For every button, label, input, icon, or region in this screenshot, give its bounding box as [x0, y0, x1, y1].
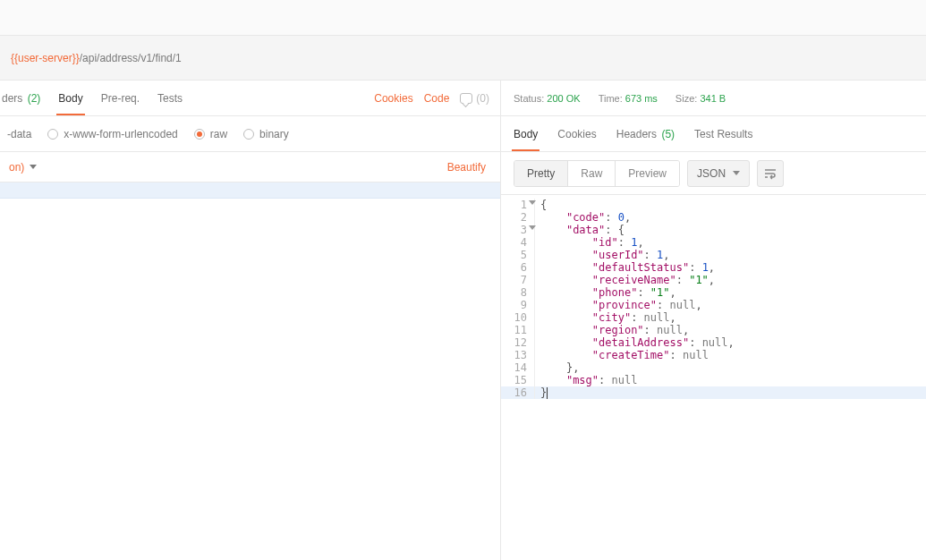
code-line[interactable]: 6 "defaultStatus": 1,	[501, 261, 926, 274]
response-status-row: Status: 200 OK Time: 673 ms Size: 341 B	[501, 81, 926, 116]
code-line[interactable]: 3 "data": {	[501, 224, 926, 236]
time-value: 673 ms	[625, 93, 658, 104]
code-content: "createTime": null	[540, 349, 709, 361]
bodytype-xwww[interactable]: x-www-form-urlencoded	[47, 128, 177, 140]
code-content: "defaultStatus": 1,	[540, 261, 715, 274]
resp-tab-tests[interactable]: Test Results	[694, 128, 752, 140]
beautify-link[interactable]: Beautify	[447, 161, 491, 174]
tab-headers-count: (2)	[28, 92, 41, 105]
response-body-viewer[interactable]: 1{2 "code": 0,3 "data": {4 "id": 1,5 "us…	[501, 195, 926, 560]
fold-icon[interactable]	[529, 200, 536, 205]
bodytype-binary-label: binary	[259, 128, 289, 140]
line-number: 1	[501, 199, 535, 211]
tab-headers-label: ders	[2, 92, 22, 105]
code-content: },	[540, 361, 579, 374]
line-number: 10	[501, 311, 535, 324]
radio-icon	[47, 129, 58, 140]
raw-format-dropdown[interactable]: on)	[9, 161, 37, 174]
line-number: 8	[501, 286, 535, 299]
resp-tab-body[interactable]: Body	[514, 128, 538, 140]
response-toolbar: Pretty Raw Preview JSON	[501, 152, 926, 195]
bodytype-binary[interactable]: binary	[243, 128, 289, 140]
request-url-bar[interactable]: {{user-server}}/api/address/v1/find/1	[0, 36, 926, 81]
url-path: /api/address/v1/find/1	[80, 52, 182, 64]
tab-tests[interactable]: Tests	[156, 92, 184, 105]
line-number: 11	[501, 324, 535, 336]
request-tab-bar: ders (2) Body Pre-req. Tests Cookies Cod…	[0, 81, 500, 116]
code-line[interactable]: 8 "phone": "1",	[501, 286, 926, 299]
format-dropdown[interactable]: JSON	[687, 160, 750, 187]
tab-prereq[interactable]: Pre-req.	[99, 92, 141, 105]
comment-icon	[460, 93, 472, 104]
code-content: "phone": "1",	[540, 286, 676, 299]
time-label: Time:	[599, 93, 623, 104]
bodytype-raw-label: raw	[210, 128, 227, 140]
line-number: 16	[501, 386, 535, 399]
code-link[interactable]: Code	[424, 92, 450, 105]
line-number: 5	[501, 249, 535, 261]
code-line[interactable]: 14 },	[501, 361, 926, 374]
status-label: Status:	[514, 93, 544, 104]
caret-down-icon	[733, 171, 740, 175]
code-line[interactable]: 7 "receiveName": "1",	[501, 274, 926, 286]
code-line[interactable]: 12 "detailAddress": null,	[501, 336, 926, 349]
view-preview-button[interactable]: Preview	[615, 161, 679, 186]
code-content: "userId": 1,	[540, 249, 670, 261]
tab-body[interactable]: Body	[56, 92, 84, 105]
response-pane: Status: 200 OK Time: 673 ms Size: 341 B …	[501, 81, 926, 560]
code-content: "data": {	[540, 224, 624, 236]
bodytype-xwww-label: x-www-form-urlencoded	[64, 128, 177, 140]
resp-tab-headers-count: (5)	[661, 128, 675, 140]
caret-down-icon	[30, 165, 37, 169]
view-pretty-button[interactable]: Pretty	[514, 161, 567, 186]
wrap-toggle-button[interactable]	[757, 160, 784, 187]
code-line[interactable]: 1{	[501, 199, 926, 211]
line-number: 3	[501, 224, 535, 236]
line-number: 12	[501, 336, 535, 349]
request-pane: ders (2) Body Pre-req. Tests Cookies Cod…	[0, 81, 501, 560]
code-line[interactable]: 10 "city": null,	[501, 311, 926, 324]
raw-format-label: on)	[9, 161, 24, 174]
line-number: 15	[501, 374, 535, 386]
code-content: "code": 0,	[540, 211, 631, 224]
code-line[interactable]: 9 "province": null,	[501, 299, 926, 311]
code-content: }	[540, 386, 548, 399]
line-number: 9	[501, 299, 535, 311]
code-line[interactable]: 15 "msg": null	[501, 374, 926, 386]
cookies-link[interactable]: Cookies	[374, 92, 412, 105]
code-line[interactable]: 16}	[501, 386, 926, 399]
format-label: JSON	[697, 167, 726, 180]
resp-tab-headers-label: Headers	[616, 128, 657, 140]
url-variable: {{user-server}}	[11, 52, 80, 64]
tab-headers[interactable]: ders (2)	[0, 92, 42, 105]
line-number: 6	[501, 261, 535, 274]
code-content: "id": 1,	[540, 236, 644, 249]
line-number: 4	[501, 236, 535, 249]
code-content: {	[540, 199, 547, 211]
code-line[interactable]: 13 "createTime": null	[501, 349, 926, 361]
wrap-icon	[763, 166, 777, 181]
line-number: 2	[501, 211, 535, 224]
radio-icon	[243, 129, 254, 140]
bodytype-formdata[interactable]: -data	[7, 128, 31, 140]
code-line[interactable]: 11 "region": null,	[501, 324, 926, 336]
bodytype-raw[interactable]: raw	[194, 128, 227, 140]
request-body-editor[interactable]	[0, 182, 500, 199]
resp-tab-cookies[interactable]: Cookies	[557, 128, 596, 140]
view-raw-button[interactable]: Raw	[567, 161, 615, 186]
status-value: 200 OK	[547, 93, 580, 104]
view-mode-segment: Pretty Raw Preview	[514, 160, 680, 187]
code-line[interactable]: 2 "code": 0,	[501, 211, 926, 224]
fold-icon[interactable]	[529, 225, 536, 230]
code-line[interactable]: 5 "userId": 1,	[501, 249, 926, 261]
code-line[interactable]: 4 "id": 1,	[501, 236, 926, 249]
resp-tab-headers[interactable]: Headers (5)	[616, 128, 675, 140]
response-tab-bar: Body Cookies Headers (5) Test Results	[501, 116, 926, 152]
line-number: 13	[501, 349, 535, 361]
comments-button[interactable]: (0)	[460, 92, 489, 105]
code-content: "city": null,	[540, 311, 676, 324]
comments-count: (0)	[476, 92, 489, 105]
code-content: "region": null,	[540, 324, 689, 336]
raw-subtype-row: on) Beautify	[0, 152, 500, 182]
code-content: "province": null,	[540, 299, 702, 311]
